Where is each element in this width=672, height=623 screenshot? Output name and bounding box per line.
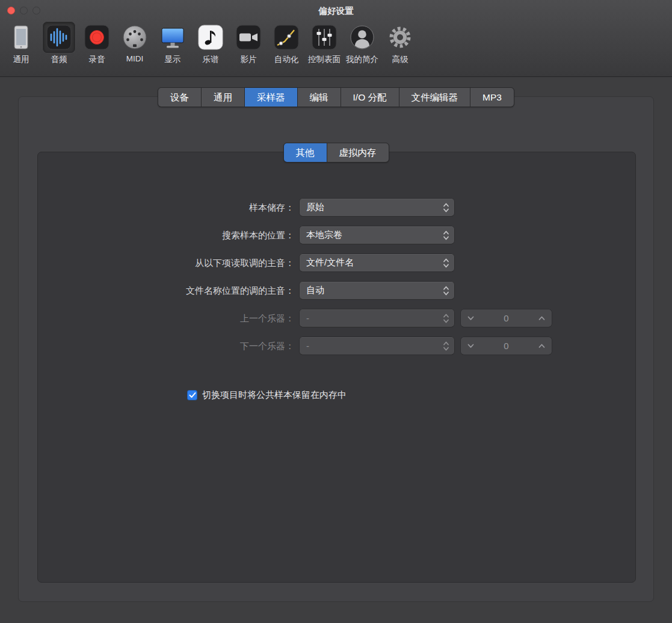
settings-panel: 样本储存：原始搜索样本的位置：本地宗卷从以下项读取调的主音：文件/文件名文件名称… bbox=[37, 152, 636, 583]
field-label: 上一个乐器： bbox=[38, 309, 300, 327]
toolbar-icon-box bbox=[43, 22, 75, 53]
toolbar-item-label: 控制表面 bbox=[308, 54, 341, 65]
toolbar-item-label: 高级 bbox=[392, 54, 408, 65]
toolbar-item-label: 我的简介 bbox=[346, 54, 378, 65]
field-label: 文件名称位置的调的主音： bbox=[38, 282, 300, 299]
toolbar-item-label: 影片 bbox=[241, 54, 257, 65]
my-info-icon bbox=[349, 24, 375, 51]
toolbar-icon-box bbox=[5, 22, 37, 53]
sampler-tab-bar-wrap: 设备通用采样器编辑I/O 分配文件编辑器MP3 bbox=[0, 87, 672, 107]
sub-tab-bar-wrap: 其他虚拟内存 bbox=[0, 143, 672, 163]
movie-icon bbox=[235, 24, 262, 51]
read-root-key-from-dropdown[interactable]: 文件/文件名 bbox=[300, 254, 454, 271]
chevron-up-icon[interactable] bbox=[538, 315, 546, 321]
chevron-up-icon[interactable] bbox=[538, 343, 546, 349]
tab-editing[interactable]: 编辑 bbox=[298, 88, 341, 107]
previous-instrument-dropdown[interactable]: - bbox=[300, 309, 454, 327]
general-icon bbox=[8, 24, 34, 51]
previous-instrument-stepper[interactable]: 0 bbox=[461, 309, 552, 327]
form-row-read-root-key-from: 从以下项读取调的主音：文件/文件名 bbox=[38, 254, 454, 271]
tab-file-editor[interactable]: 文件编辑器 bbox=[399, 88, 470, 107]
toolbar-item-advanced[interactable]: 高级 bbox=[384, 22, 416, 65]
toolbar-icon-box bbox=[346, 22, 378, 53]
toolbar-item-label: 录音 bbox=[89, 54, 105, 65]
audio-icon bbox=[46, 24, 72, 51]
preferences-toolbar: 通用音频录音MIDI显示乐谱影片自动化控制表面我的简介高级 bbox=[5, 20, 672, 76]
window-header: 偏好设置 通用音频录音MIDI显示乐谱影片自动化控制表面我的简介高级 bbox=[0, 0, 672, 77]
field-label: 下一个乐器： bbox=[38, 337, 300, 355]
score-icon bbox=[197, 24, 224, 51]
dropdown-value: 本地宗卷 bbox=[306, 229, 342, 241]
chevron-up-down-icon bbox=[443, 258, 449, 268]
preferences-window: 偏好设置 通用音频录音MIDI显示乐谱影片自动化控制表面我的简介高级 设备通用采… bbox=[0, 0, 672, 623]
midi-icon bbox=[122, 24, 148, 51]
control-surfaces-icon bbox=[311, 24, 338, 51]
keep-common-samples-checkbox[interactable] bbox=[187, 390, 197, 400]
automation-icon bbox=[273, 24, 300, 51]
chevron-up-down-icon bbox=[443, 313, 449, 324]
toolbar-item-audio[interactable]: 音频 bbox=[43, 22, 75, 65]
dropdown-value: 自动 bbox=[306, 285, 324, 296]
tab-devices[interactable]: 设备 bbox=[158, 88, 201, 107]
toolbar-item-control-surfaces[interactable]: 控制表面 bbox=[308, 22, 341, 65]
chevron-up-down-icon bbox=[443, 202, 449, 213]
dropdown-value: - bbox=[306, 341, 309, 351]
toolbar-icon-box bbox=[232, 22, 265, 53]
check-icon bbox=[189, 392, 196, 398]
toolbar-item-score[interactable]: 乐谱 bbox=[194, 22, 227, 65]
toolbar-item-label: 通用 bbox=[13, 54, 29, 65]
toolbar-icon-box bbox=[194, 22, 227, 53]
toolbar-icon-box bbox=[156, 22, 189, 53]
chevron-up-down-icon bbox=[443, 285, 449, 296]
window-title: 偏好设置 bbox=[0, 0, 672, 22]
form-row-sample-search-location: 搜索样本的位置：本地宗卷 bbox=[38, 226, 454, 244]
toolbar-item-label: 自动化 bbox=[274, 54, 299, 65]
field-label: 从以下项读取调的主音： bbox=[38, 254, 300, 271]
keep-samples-row: 切换项目时将公共样本保留在内存中 bbox=[187, 389, 347, 401]
toolbar-item-label: MIDI bbox=[126, 54, 144, 63]
dropdown-value: - bbox=[306, 313, 309, 323]
sample-search-location-dropdown[interactable]: 本地宗卷 bbox=[300, 226, 454, 244]
field-label: 样本储存： bbox=[38, 199, 300, 216]
toolbar-item-display[interactable]: 显示 bbox=[156, 22, 189, 65]
preferences-tab-bar: 设备通用采样器编辑I/O 分配文件编辑器MP3 bbox=[158, 87, 514, 107]
form-row-next-instrument: 下一个乐器：-0 bbox=[38, 337, 552, 355]
stepper-value: 0 bbox=[504, 341, 508, 351]
root-key-filename-position-dropdown[interactable]: 自动 bbox=[300, 282, 454, 299]
sample-storage-dropdown[interactable]: 原始 bbox=[300, 199, 454, 216]
toolbar-icon-box bbox=[384, 22, 416, 53]
toolbar-item-movie[interactable]: 影片 bbox=[232, 22, 265, 65]
stepper-value: 0 bbox=[504, 313, 508, 323]
next-instrument-dropdown[interactable]: - bbox=[300, 337, 454, 355]
chevron-up-down-icon bbox=[443, 341, 449, 352]
toolbar-icon-box bbox=[270, 22, 303, 53]
display-icon bbox=[159, 24, 186, 51]
tab-mp3[interactable]: MP3 bbox=[470, 88, 514, 107]
tab-general[interactable]: 通用 bbox=[202, 88, 244, 107]
dropdown-value: 原始 bbox=[306, 202, 324, 213]
settings-form: 样本储存：原始搜索样本的位置：本地宗卷从以下项读取调的主音：文件/文件名文件名称… bbox=[38, 152, 635, 582]
tab-sampler[interactable]: 采样器 bbox=[245, 88, 297, 107]
form-row-root-key-filename-position: 文件名称位置的调的主音：自动 bbox=[38, 282, 454, 299]
toolbar-item-automation[interactable]: 自动化 bbox=[270, 22, 303, 65]
toolbar-icon-box bbox=[81, 22, 113, 53]
toolbar-item-general[interactable]: 通用 bbox=[5, 22, 37, 65]
form-row-sample-storage: 样本储存：原始 bbox=[38, 199, 454, 216]
toolbar-icon-box bbox=[308, 22, 341, 53]
keep-common-samples-label: 切换项目时将公共样本保留在内存中 bbox=[202, 389, 347, 401]
tab-io-assignments[interactable]: I/O 分配 bbox=[341, 88, 399, 107]
subtab-other[interactable]: 其他 bbox=[284, 143, 327, 162]
subtab-virtual-memory[interactable]: 虚拟内存 bbox=[327, 143, 389, 162]
toolbar-item-midi[interactable]: MIDI bbox=[119, 22, 151, 63]
field-label: 搜索样本的位置： bbox=[38, 226, 300, 244]
next-instrument-stepper[interactable]: 0 bbox=[461, 337, 552, 355]
toolbar-item-record[interactable]: 录音 bbox=[81, 22, 113, 65]
dropdown-value: 文件/文件名 bbox=[306, 257, 354, 268]
sampler-sub-tab-bar: 其他虚拟内存 bbox=[283, 143, 389, 163]
toolbar-item-label: 显示 bbox=[165, 54, 181, 65]
chevron-up-down-icon bbox=[443, 230, 449, 241]
toolbar-item-my-info[interactable]: 我的简介 bbox=[346, 22, 378, 65]
chevron-down-icon[interactable] bbox=[467, 315, 475, 321]
form-row-previous-instrument: 上一个乐器：-0 bbox=[38, 309, 552, 327]
chevron-down-icon[interactable] bbox=[467, 343, 475, 349]
